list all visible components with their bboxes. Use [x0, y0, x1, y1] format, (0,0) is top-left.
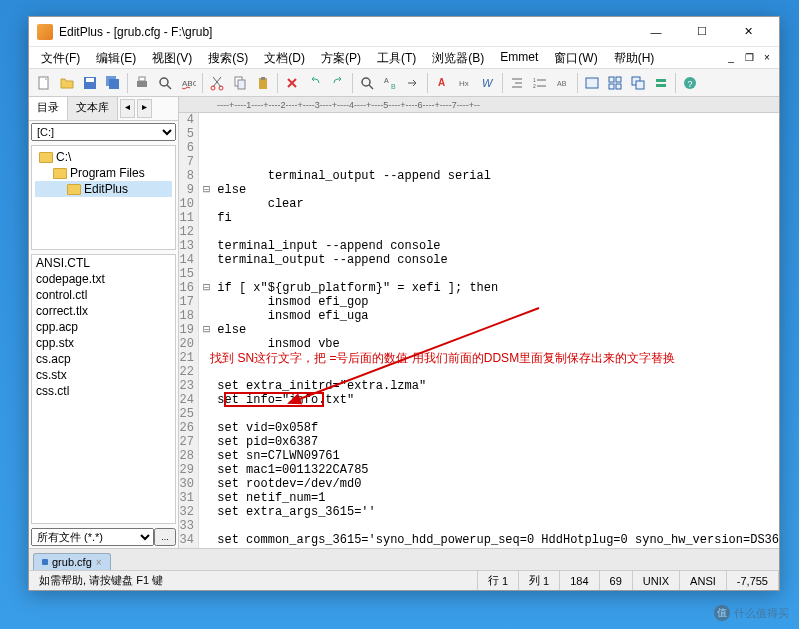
file-item[interactable]: cpp.stx — [32, 335, 175, 351]
code-line[interactable]: insmod efi_uga — [203, 309, 779, 323]
file-item[interactable]: ANSI.CTL — [32, 255, 175, 271]
delete-button[interactable] — [281, 72, 303, 94]
code-line[interactable]: set netif_num=1 — [203, 491, 779, 505]
code-line[interactable]: 找到 SN这行文字，把 =号后面的数值 用我们前面的DDSM里面复制保存出来的文… — [203, 351, 779, 365]
settings-button[interactable] — [650, 72, 672, 94]
tile-button[interactable] — [604, 72, 626, 94]
code-line[interactable]: set rootdev=/dev/md0 — [203, 477, 779, 491]
file-item[interactable]: control.ctl — [32, 287, 175, 303]
menu-browser[interactable]: 浏览器(B) — [424, 47, 492, 68]
code-line[interactable]: ⊟ if [ x"${grub_platform}" = xefi ]; the… — [203, 281, 779, 295]
browser-button[interactable] — [581, 72, 603, 94]
code-line[interactable]: fi — [203, 211, 779, 225]
sidebar-tab-directory[interactable]: 目录 — [29, 97, 68, 120]
mdi-restore-icon[interactable]: ❐ — [741, 49, 757, 65]
code-line[interactable]: set sn=C7LWN09761 — [203, 449, 779, 463]
print-button[interactable] — [131, 72, 153, 94]
font-color-button[interactable]: A — [431, 72, 453, 94]
code-line[interactable]: set common_args_3615='syno_hdd_powerup_s… — [203, 533, 779, 547]
indent-button[interactable] — [506, 72, 528, 94]
save-all-button[interactable] — [102, 72, 124, 94]
code-line[interactable] — [203, 365, 779, 379]
paste-button[interactable] — [252, 72, 274, 94]
file-list[interactable]: ANSI.CTLcodepage.txtcontrol.ctlcorrect.t… — [31, 254, 176, 524]
file-item[interactable]: cpp.acp — [32, 319, 175, 335]
file-item[interactable]: css.ctl — [32, 383, 175, 399]
code-line[interactable]: set pid=0x6387 — [203, 435, 779, 449]
file-filter-select[interactable]: 所有文件 (*.*) — [31, 528, 154, 546]
undo-button[interactable] — [304, 72, 326, 94]
code-line[interactable]: set vid=0x058f — [203, 421, 779, 435]
menu-help[interactable]: 帮助(H) — [606, 47, 663, 68]
code-line[interactable]: insmod vbe — [203, 337, 779, 351]
copy-button[interactable] — [229, 72, 251, 94]
code-line[interactable] — [203, 519, 779, 533]
code-line[interactable]: set extra_initrd="extra.lzma" — [203, 379, 779, 393]
menu-file[interactable]: 文件(F) — [33, 47, 88, 68]
status-v2: 69 — [600, 571, 633, 590]
nav-next-icon[interactable]: ▸ — [137, 99, 152, 118]
ruler-button[interactable]: AB — [552, 72, 574, 94]
redo-button[interactable] — [327, 72, 349, 94]
code-line[interactable]: set extra_args_3615='' — [203, 505, 779, 519]
tab-close-icon[interactable]: × — [96, 557, 102, 568]
code-line[interactable]: insmod efi_gop — [203, 295, 779, 309]
menu-emmet[interactable]: Emmet — [492, 47, 546, 68]
code-line[interactable]: terminal_output --append console — [203, 253, 779, 267]
svg-rect-35 — [616, 84, 621, 89]
directory-tree[interactable]: C:\Program FilesEditPlus — [31, 145, 176, 250]
find-button[interactable] — [356, 72, 378, 94]
code-line[interactable] — [203, 225, 779, 239]
code-line[interactable]: set mac1=0011322CA785 — [203, 463, 779, 477]
tree-item[interactable]: C:\ — [35, 149, 172, 165]
new-file-button[interactable] — [33, 72, 55, 94]
line-number-button[interactable]: 12 — [529, 72, 551, 94]
menu-search[interactable]: 搜索(S) — [200, 47, 256, 68]
goto-button[interactable] — [402, 72, 424, 94]
code-line[interactable] — [203, 547, 779, 548]
file-item[interactable]: correct.tlx — [32, 303, 175, 319]
file-item[interactable]: cs.stx — [32, 367, 175, 383]
menu-view[interactable]: 视图(V) — [144, 47, 200, 68]
code-line[interactable]: clear — [203, 197, 779, 211]
replace-button[interactable]: AB — [379, 72, 401, 94]
file-item[interactable]: cs.acp — [32, 351, 175, 367]
code-line[interactable] — [203, 267, 779, 281]
wordwrap-button[interactable]: W — [477, 72, 499, 94]
tree-item[interactable]: Program Files — [35, 165, 172, 181]
code-line[interactable]: terminal_input --append console — [203, 239, 779, 253]
code-line[interactable]: terminal_output --append serial — [203, 169, 779, 183]
menu-window[interactable]: 窗口(W) — [546, 47, 605, 68]
menu-document[interactable]: 文档(D) — [256, 47, 313, 68]
filter-options-button[interactable]: ... — [154, 528, 176, 546]
drive-select[interactable]: [C:] — [31, 123, 176, 141]
minimize-button[interactable]: — — [633, 17, 679, 46]
cut-button[interactable] — [206, 72, 228, 94]
sidebar-tab-cliptext[interactable]: 文本库 — [68, 97, 118, 120]
code-line[interactable] — [203, 407, 779, 421]
mdi-close-icon[interactable]: × — [759, 49, 775, 65]
preview-button[interactable] — [154, 72, 176, 94]
mdi-minimize-icon[interactable]: _ — [723, 49, 739, 65]
hex-button[interactable]: Hx — [454, 72, 476, 94]
menu-edit[interactable]: 编辑(E) — [88, 47, 144, 68]
code-line[interactable]: set info="info.txt" — [203, 393, 779, 407]
menu-tools[interactable]: 工具(T) — [369, 47, 424, 68]
doctab-grub[interactable]: grub.cfg × — [33, 553, 111, 570]
file-item[interactable]: codepage.txt — [32, 271, 175, 287]
code-line[interactable]: ⊟ else — [203, 323, 779, 337]
status-encoding: ANSI — [680, 571, 727, 590]
spellcheck-button[interactable]: ABC — [177, 72, 199, 94]
open-file-button[interactable] — [56, 72, 78, 94]
code-area[interactable]: 4567891011121314151617181920212223242526… — [179, 113, 779, 548]
code-line[interactable]: ⊟ else — [203, 183, 779, 197]
svg-rect-34 — [609, 84, 614, 89]
save-button[interactable] — [79, 72, 101, 94]
nav-prev-icon[interactable]: ◂ — [120, 99, 135, 118]
cascade-button[interactable] — [627, 72, 649, 94]
menu-project[interactable]: 方案(P) — [313, 47, 369, 68]
tree-item[interactable]: EditPlus — [35, 181, 172, 197]
maximize-button[interactable]: ☐ — [679, 17, 725, 46]
close-button[interactable]: ✕ — [725, 17, 771, 46]
help-button[interactable]: ? — [679, 72, 701, 94]
